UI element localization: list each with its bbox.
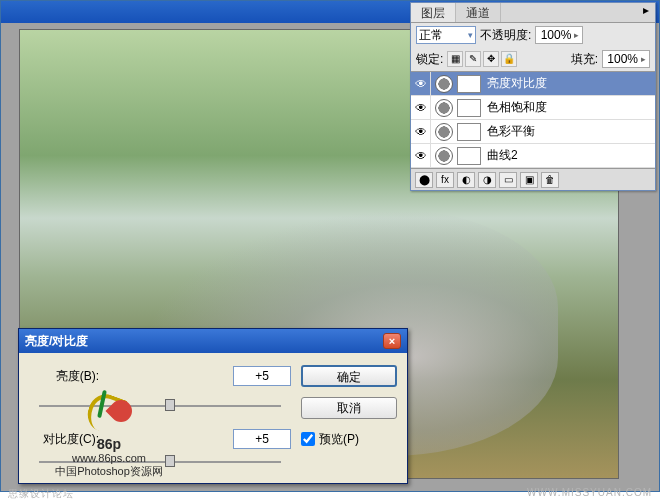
layer-item[interactable]: 👁 色相饱和度 bbox=[411, 96, 655, 120]
layer-item[interactable]: 👁 色彩平衡 bbox=[411, 120, 655, 144]
preview-checkbox-input[interactable] bbox=[301, 432, 315, 446]
layer-name: 曲线2 bbox=[487, 147, 518, 164]
lock-all-icon[interactable]: 🔒 bbox=[501, 51, 517, 67]
blend-mode-value: 正常 bbox=[419, 27, 443, 44]
chevron-right-icon: ▸ bbox=[641, 54, 646, 64]
delete-layer-icon[interactable]: 🗑 bbox=[541, 172, 559, 188]
brightness-label: 亮度(B): bbox=[29, 368, 99, 385]
lock-icons: ▦ ✎ ✥ 🔒 bbox=[447, 51, 517, 67]
visibility-icon[interactable]: 👁 bbox=[411, 72, 431, 96]
opacity-label: 不透明度: bbox=[480, 27, 531, 44]
new-adjustment-icon[interactable]: ◑ bbox=[478, 172, 496, 188]
logo-badge bbox=[105, 395, 136, 426]
contrast-input[interactable]: +5 bbox=[233, 429, 291, 449]
layer-mask[interactable] bbox=[457, 75, 481, 93]
layer-name: 亮度对比度 bbox=[487, 75, 547, 92]
chevron-down-icon: ▾ bbox=[468, 30, 473, 40]
layers-panel: 图层 通道 ▸ 正常 ▾ 不透明度: 100%▸ 锁定: ▦ ✎ ✥ 🔒 填充:… bbox=[410, 2, 656, 191]
footer-right: WWW.MISSYUAN.COM bbox=[527, 487, 652, 498]
logo-86ps bbox=[80, 390, 138, 436]
page-footer: 思缘设计论坛 WWW.MISSYUAN.COM bbox=[0, 487, 660, 498]
add-mask-icon[interactable]: ◐ bbox=[457, 172, 475, 188]
layer-mask[interactable] bbox=[457, 123, 481, 141]
panel-tabs: 图层 通道 ▸ bbox=[411, 3, 655, 23]
footer-left: 思缘设计论坛 bbox=[8, 487, 74, 498]
fill-input[interactable]: 100%▸ bbox=[602, 50, 650, 68]
layer-item[interactable]: 👁 亮度对比度 bbox=[411, 72, 655, 96]
layer-style-icon[interactable]: fx bbox=[436, 172, 454, 188]
new-layer-icon[interactable]: ▣ bbox=[520, 172, 538, 188]
logo-text: 86p bbox=[44, 436, 174, 452]
blend-mode-select[interactable]: 正常 ▾ bbox=[416, 26, 476, 44]
watermark-cn: 中国Photoshop资源网 bbox=[44, 464, 174, 479]
lock-pixels-icon[interactable]: ✎ bbox=[465, 51, 481, 67]
lock-position-icon[interactable]: ✥ bbox=[483, 51, 499, 67]
adjustment-icon bbox=[435, 75, 453, 93]
dialog-close-button[interactable]: × bbox=[383, 333, 401, 349]
link-layers-icon[interactable]: ⬤ bbox=[415, 172, 433, 188]
layer-mask[interactable] bbox=[457, 147, 481, 165]
layer-mask[interactable] bbox=[457, 99, 481, 117]
visibility-icon[interactable]: 👁 bbox=[411, 144, 431, 168]
tab-channels[interactable]: 通道 bbox=[456, 3, 501, 22]
adjustment-icon bbox=[435, 147, 453, 165]
layer-name: 色彩平衡 bbox=[487, 123, 535, 140]
layers-footer: ⬤ fx ◐ ◑ ▭ ▣ 🗑 bbox=[411, 168, 655, 190]
cancel-button[interactable]: 取消 bbox=[301, 397, 397, 419]
adjustment-icon bbox=[435, 123, 453, 141]
chevron-right-icon: ▸ bbox=[574, 30, 579, 40]
tab-layers[interactable]: 图层 bbox=[411, 3, 456, 22]
preview-checkbox[interactable]: 预览(P) bbox=[301, 431, 397, 448]
brightness-input[interactable]: +5 bbox=[233, 366, 291, 386]
lock-label: 锁定: bbox=[416, 51, 443, 68]
watermark-url: www.86ps.com bbox=[44, 452, 174, 464]
layer-list: 👁 亮度对比度 👁 色相饱和度 👁 色彩平衡 👁 曲线2 bbox=[411, 71, 655, 168]
new-group-icon[interactable]: ▭ bbox=[499, 172, 517, 188]
opacity-input[interactable]: 100%▸ bbox=[535, 26, 583, 44]
fill-label: 填充: bbox=[571, 51, 598, 68]
visibility-icon[interactable]: 👁 bbox=[411, 96, 431, 120]
watermark: 86p www.86ps.com 中国Photoshop资源网 bbox=[44, 390, 174, 479]
visibility-icon[interactable]: 👁 bbox=[411, 120, 431, 144]
layer-item[interactable]: 👁 曲线2 bbox=[411, 144, 655, 168]
ok-button[interactable]: 确定 bbox=[301, 365, 397, 387]
dialog-title: 亮度/对比度 bbox=[25, 333, 88, 350]
dialog-titlebar[interactable]: 亮度/对比度 × bbox=[19, 329, 407, 353]
lock-transparent-icon[interactable]: ▦ bbox=[447, 51, 463, 67]
panel-menu-icon[interactable]: ▸ bbox=[637, 3, 655, 22]
adjustment-icon bbox=[435, 99, 453, 117]
layer-name: 色相饱和度 bbox=[487, 99, 547, 116]
